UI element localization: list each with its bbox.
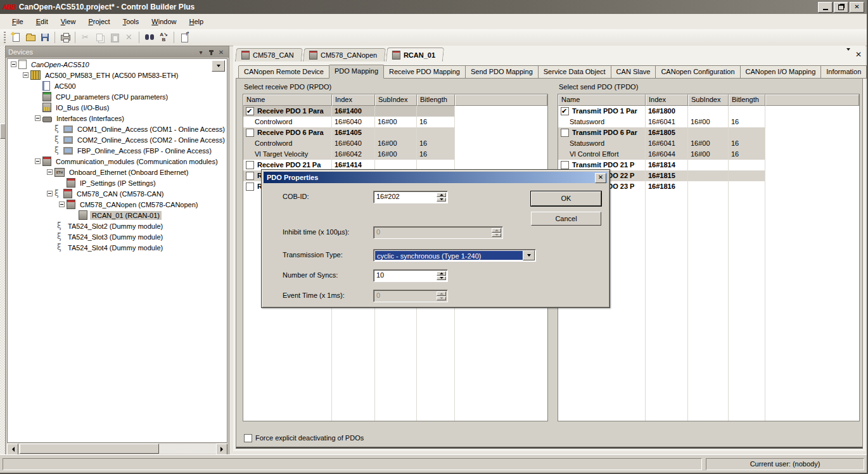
column-header-name[interactable]: Name bbox=[558, 94, 646, 106]
tree-node-label[interactable]: AC500 bbox=[53, 82, 78, 91]
tree-expander-icon[interactable] bbox=[23, 72, 29, 78]
pdo-enable-checkbox[interactable] bbox=[246, 129, 254, 137]
tree-node-label[interactable]: RCAN_01 (RCAN-01) bbox=[90, 211, 162, 220]
tree-node[interactable]: Communication_modules (Communication mod… bbox=[8, 156, 227, 167]
find-icon[interactable] bbox=[142, 30, 156, 44]
pdo-enable-checkbox[interactable] bbox=[246, 107, 254, 115]
devices-close-icon[interactable]: ✕ bbox=[216, 48, 226, 56]
sub-tab-information[interactable]: Information bbox=[821, 65, 867, 79]
new-document-icon[interactable] bbox=[8, 30, 23, 44]
pdo-row[interactable]: Transmit PDO 6 Par16#1805 bbox=[558, 127, 859, 138]
print-icon[interactable] bbox=[58, 30, 72, 44]
tree-node[interactable]: ξFBP_Online_Access (FBP - Online Access) bbox=[8, 145, 227, 156]
devices-pin-icon[interactable] bbox=[206, 48, 216, 56]
tree-node-label[interactable]: TA524_Slot3 (Dummy module) bbox=[66, 233, 165, 241]
devices-horizontal-scrollbar[interactable] bbox=[7, 444, 227, 454]
doc-tab-cm578_can[interactable]: CM578_CAN bbox=[235, 48, 303, 61]
column-header-bitlength[interactable]: Bitlength bbox=[417, 94, 455, 106]
spinner-control[interactable] bbox=[437, 193, 446, 202]
ok-button[interactable]: OK bbox=[531, 191, 601, 206]
pdo-row[interactable]: Statusword16#604116#0016 bbox=[558, 117, 859, 127]
pdo-row[interactable]: Vl Target Velocity16#604216#0016 bbox=[243, 149, 547, 160]
tree-expander-icon[interactable] bbox=[59, 202, 65, 207]
doc-tab-rcan_01[interactable]: RCAN_01 bbox=[386, 48, 444, 61]
pdo-enable-checkbox[interactable] bbox=[246, 183, 254, 191]
pdo-row[interactable]: Statusword16#604116#0016 bbox=[558, 138, 859, 149]
tree-node-label[interactable]: CM578_CANopen (CM578-CANopen) bbox=[78, 200, 200, 209]
tree-node-label[interactable]: IP_Settings (IP Settings) bbox=[78, 179, 158, 188]
tree-node-label[interactable]: CanOpen-ACS510 bbox=[29, 60, 91, 69]
menu-edit[interactable]: Edit bbox=[30, 16, 54, 27]
pdo-enable-checkbox[interactable] bbox=[561, 129, 569, 137]
tree-expander-icon[interactable] bbox=[35, 158, 41, 164]
combobox-dropdown-icon[interactable] bbox=[523, 250, 535, 260]
pdo-enable-checkbox[interactable] bbox=[246, 172, 254, 180]
scrollbar-thumb[interactable] bbox=[20, 444, 159, 454]
tree-node-label[interactable]: Communication_modules (Communication mod… bbox=[54, 157, 220, 166]
spin-up-icon[interactable] bbox=[437, 271, 446, 276]
open-project-icon[interactable] bbox=[23, 30, 37, 44]
pdo-row[interactable]: Vl Control Effort16#604416#0016 bbox=[558, 149, 859, 160]
scroll-left-arrow[interactable] bbox=[7, 444, 18, 455]
tree-node-label[interactable]: TA524_Slot2 (Dummy module) bbox=[66, 222, 165, 231]
export-icon[interactable] bbox=[177, 30, 191, 44]
tree-node-label[interactable]: COM2_Online_Access (COM2 - Online Access… bbox=[75, 136, 227, 144]
scroll-right-arrow[interactable] bbox=[216, 444, 227, 455]
tree-node[interactable]: ξCM578_CAN (CM578-CAN) bbox=[8, 188, 227, 199]
menu-project[interactable]: Project bbox=[82, 16, 115, 27]
minimize-button[interactable] bbox=[818, 2, 833, 13]
transmission-type-combobox[interactable]: cyclic - synchronous (Type 1-240) bbox=[373, 249, 536, 262]
sub-tab-can-slave[interactable]: CAN Slave bbox=[611, 65, 656, 79]
tree-expander-icon[interactable] bbox=[47, 191, 53, 196]
column-header-bitlength[interactable]: Bitlength bbox=[729, 94, 765, 106]
pdo-enable-checkbox[interactable] bbox=[561, 107, 569, 115]
tree-node-label[interactable]: Interfaces (Interfaces) bbox=[54, 114, 126, 123]
tree-node-label[interactable]: CM578_CAN (CM578-CAN) bbox=[75, 189, 166, 198]
menu-tools[interactable]: Tools bbox=[117, 16, 145, 27]
tree-node-label[interactable]: CPU_parameters (CPU parameters) bbox=[54, 93, 170, 101]
dialog-spin-field[interactable]: 16#202 bbox=[373, 191, 448, 203]
tree-node-label[interactable]: TA524_Slot4 (Dummy module) bbox=[66, 243, 165, 252]
tree-node-label[interactable]: Onboard_Ethernet (Onboard Ethernet) bbox=[67, 168, 190, 177]
tree-node[interactable]: ξTA524_Slot2 (Dummy module) bbox=[8, 221, 227, 231]
close-button[interactable]: ✕ bbox=[850, 2, 864, 13]
pdo-enable-checkbox[interactable] bbox=[246, 161, 254, 169]
save-icon[interactable] bbox=[37, 30, 52, 44]
tree-node[interactable]: RCAN_01 (RCAN-01) bbox=[8, 210, 227, 221]
sub-tab-canopen-i-o-mapping[interactable]: CANopen I/O Mapping bbox=[741, 65, 822, 79]
tree-node[interactable]: IO_Bus (I/O-Bus) bbox=[8, 102, 227, 113]
pdo-row[interactable]: Transmit PDO 1 Par16#1800 bbox=[558, 106, 859, 117]
pdo-row[interactable]: Controlword16#604016#0016 bbox=[243, 138, 547, 149]
menu-window[interactable]: Window bbox=[146, 16, 182, 27]
tree-node-label[interactable]: FBP_Online_Access (FBP - Online Access) bbox=[75, 146, 214, 155]
tree-node[interactable]: ξTA524_Slot3 (Dummy module) bbox=[8, 231, 227, 242]
column-header-index[interactable]: Index bbox=[332, 94, 375, 106]
tree-device-version-dropdown[interactable] bbox=[212, 60, 225, 72]
tree-node[interactable]: ξTA524_Slot4 (Dummy module) bbox=[8, 242, 227, 253]
tree-expander-icon[interactable] bbox=[35, 115, 41, 121]
tree-node[interactable]: Interfaces (Interfaces) bbox=[8, 113, 227, 124]
column-header-subindex[interactable]: SubIndex bbox=[688, 94, 729, 106]
tree-node-label[interactable]: IO_Bus (I/O-Bus) bbox=[54, 103, 111, 112]
tree-node[interactable]: CanOpen-ACS510 bbox=[8, 59, 227, 70]
tree-expander-icon[interactable] bbox=[47, 169, 53, 175]
sub-tab-canopen-remote-device[interactable]: CANopen Remote Device bbox=[238, 65, 329, 79]
sub-tab-pdo-mapping[interactable]: PDO Mapping bbox=[329, 65, 384, 79]
column-header-name[interactable]: Name bbox=[243, 94, 332, 106]
menu-view[interactable]: View bbox=[55, 16, 82, 27]
menu-help[interactable]: Help bbox=[183, 16, 209, 27]
cancel-button[interactable]: Cancel bbox=[531, 212, 601, 226]
pdo-row[interactable]: Controlword16#604016#0016 bbox=[243, 117, 547, 127]
replace-icon[interactable]: A↘B bbox=[156, 30, 171, 44]
force-deactivate-checkbox[interactable] bbox=[244, 434, 252, 442]
menu-file[interactable]: File bbox=[6, 16, 29, 27]
tree-node[interactable]: ξCOM1_Online_Access (COM1 - Online Acces… bbox=[8, 124, 227, 134]
sub-tab-canopen-configuration[interactable]: CANopen Configuration bbox=[656, 65, 740, 79]
spinner-control[interactable] bbox=[437, 271, 446, 280]
tree-node[interactable]: IP_Settings (IP Settings) bbox=[8, 177, 227, 188]
column-header-index[interactable]: Index bbox=[646, 94, 688, 106]
tree-node[interactable]: CM578_CANopen (CM578-CANopen) bbox=[8, 199, 227, 210]
sub-tab-service-data-object[interactable]: Service Data Object bbox=[539, 65, 611, 79]
tree-node-label[interactable]: COM1_Online_Access (COM1 - Online Access… bbox=[75, 125, 227, 134]
spin-down-icon[interactable] bbox=[437, 198, 446, 202]
